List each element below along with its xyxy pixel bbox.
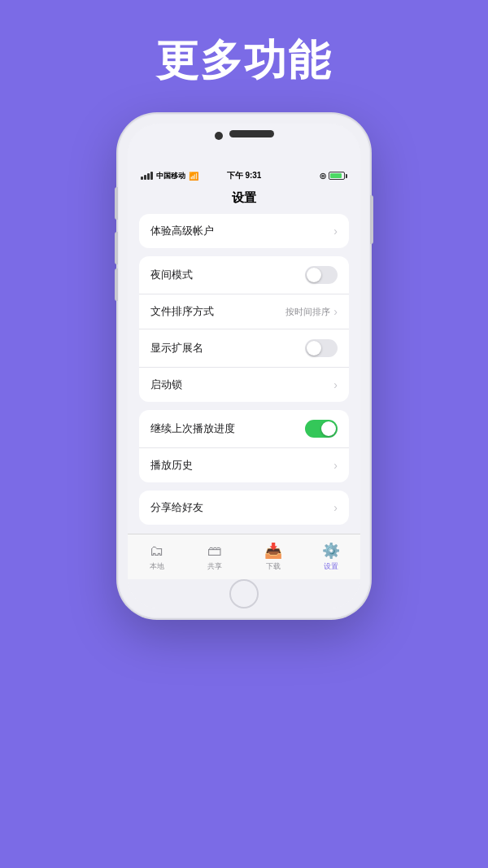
phone-screen: 中国移动 📶 下午 9:31 ◎ 设置 体验高级帐户 (128, 124, 360, 608)
chevron-icon-history: › (333, 459, 338, 472)
tab-bar: 🗂 本地 🗃 共享 📥 下载 ⚙️ 设置 (128, 534, 360, 579)
row-right-sort: 按时间排序 › (285, 305, 338, 318)
toggle-knob-extension (307, 341, 321, 355)
chevron-icon-premium: › (333, 225, 338, 238)
settings-group-share: 分享给好友 › (139, 491, 349, 525)
tab-download-icon: 📥 (264, 542, 282, 560)
settings-group-general: 夜间模式 文件排序方式 按时间排序 › 显示扩展名 (139, 256, 349, 402)
tab-download-label: 下载 (266, 561, 281, 572)
tab-local-label: 本地 (150, 561, 164, 572)
phone-notch (128, 124, 360, 166)
row-sort-method[interactable]: 文件排序方式 按时间排序 › (139, 294, 349, 329)
tab-settings-label: 设置 (324, 561, 338, 572)
row-play-history[interactable]: 播放历史 › (139, 448, 349, 482)
chevron-icon-sort: › (333, 305, 338, 318)
signal-icon (141, 172, 153, 180)
row-label-premium: 体验高级帐户 (150, 224, 214, 238)
settings-group-playback: 继续上次播放进度 播放历史 › (139, 410, 349, 482)
row-label-extension: 显示扩展名 (150, 341, 203, 355)
camera (215, 132, 223, 140)
row-label-sort: 文件排序方式 (150, 304, 214, 319)
sort-value: 按时间排序 (285, 306, 330, 318)
row-continue-progress[interactable]: 继续上次播放进度 (139, 410, 349, 448)
chevron-icon-share: › (333, 501, 338, 514)
status-left: 中国移动 📶 (141, 171, 198, 181)
row-premium-account[interactable]: 体验高级帐户 › (139, 214, 349, 248)
status-bar: 中国移动 📶 下午 9:31 ◎ (128, 166, 360, 185)
home-button-area (128, 579, 360, 608)
row-launch-lock[interactable]: 启动锁 › (139, 368, 349, 402)
home-button[interactable] (229, 579, 259, 608)
row-label-history: 播放历史 (150, 458, 193, 473)
row-label-lock: 启动锁 (150, 377, 182, 392)
settings-group-premium: 体验高级帐户 › (139, 214, 349, 248)
tab-share[interactable]: 🗃 共享 (186, 543, 245, 572)
battery-icon (329, 172, 347, 180)
phone-shell: 中国移动 📶 下午 9:31 ◎ 设置 体验高级帐户 (118, 114, 370, 618)
carrier-label: 中国移动 (156, 171, 185, 181)
tab-settings-icon: ⚙️ (322, 542, 340, 560)
row-night-mode[interactable]: 夜间模式 (139, 256, 349, 294)
tab-share-label: 共享 (207, 561, 222, 572)
tab-share-icon: 🗃 (207, 543, 222, 560)
toggle-progress[interactable] (305, 420, 338, 438)
row-label-share: 分享给好友 (150, 500, 203, 515)
tab-local-icon: 🗂 (150, 543, 164, 560)
row-label-night-mode: 夜间模式 (150, 268, 193, 282)
row-share-friends[interactable]: 分享给好友 › (139, 491, 349, 525)
status-center: 下午 9:31 (227, 170, 262, 181)
tab-local[interactable]: 🗂 本地 (128, 543, 186, 572)
chevron-icon-lock: › (333, 378, 338, 391)
row-right-lock: › (333, 378, 338, 391)
speaker (229, 130, 274, 137)
row-right-premium: › (333, 225, 338, 238)
toggle-extension[interactable] (305, 339, 338, 357)
tab-settings[interactable]: ⚙️ 设置 (303, 542, 361, 572)
nav-title: 设置 (128, 185, 360, 214)
row-show-extension[interactable]: 显示扩展名 (139, 329, 349, 368)
content-area: 体验高级帐户 › 夜间模式 文件排序方式 按时间排序 (128, 214, 360, 534)
tab-download[interactable]: 📥 下载 (244, 542, 303, 572)
row-label-progress: 继续上次播放进度 (150, 421, 235, 436)
status-right: ◎ (320, 172, 347, 180)
wifi-icon: 📶 (189, 172, 198, 181)
toggle-knob-night-mode (307, 268, 321, 282)
row-right-share: › (333, 501, 338, 514)
page-title: 更多功能 (156, 33, 332, 89)
location-icon: ◎ (320, 172, 326, 180)
toggle-knob-progress (321, 421, 336, 436)
toggle-night-mode[interactable] (305, 266, 338, 284)
row-right-history: › (333, 459, 338, 472)
